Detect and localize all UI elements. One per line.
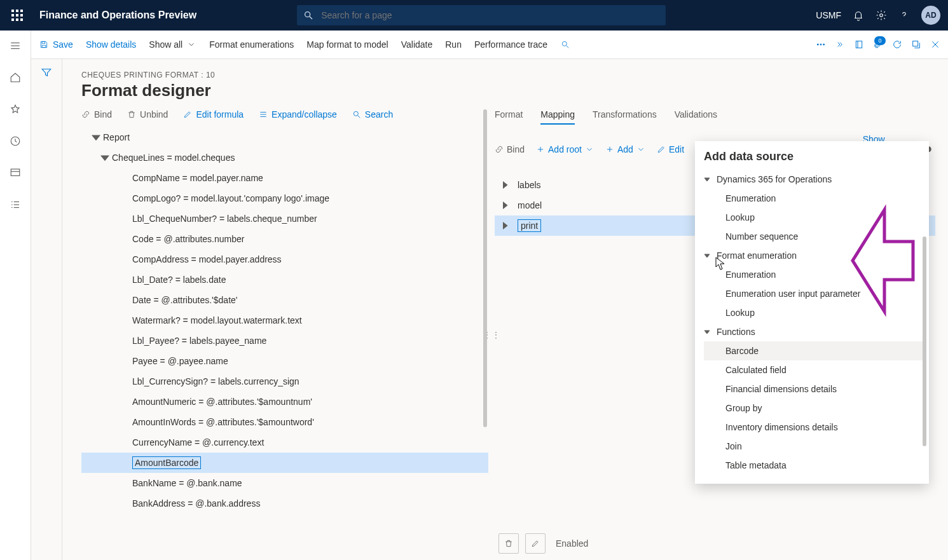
modules-icon[interactable] bbox=[5, 195, 25, 215]
validate-button[interactable]: Validate bbox=[401, 39, 433, 50]
refresh-icon[interactable] bbox=[892, 39, 902, 50]
company-label[interactable]: USMF bbox=[816, 10, 841, 20]
tree-node-chequelines[interactable]: ChequeLines = model.cheques bbox=[81, 147, 488, 168]
popover-item[interactable]: Enumeration user input parameter bbox=[704, 284, 926, 303]
popover-item[interactable]: Table metadata bbox=[704, 456, 926, 475]
popover-item[interactable]: Financial dimensions details bbox=[704, 379, 926, 399]
tree-node[interactable]: CurrencyName = @.currency.text bbox=[81, 432, 488, 453]
tree-node[interactable]: AmountNumeric = @.attributes.'$amountnum… bbox=[81, 392, 488, 412]
tree-node[interactable]: AmountInWords = @.attributes.'$amountwor… bbox=[81, 412, 488, 432]
tree-node[interactable]: BankAddress = @.bank.address bbox=[81, 493, 488, 514]
filter-icon[interactable] bbox=[41, 67, 52, 78]
help-icon[interactable] bbox=[898, 10, 910, 21]
perf-trace-button[interactable]: Performance trace bbox=[474, 39, 547, 50]
tree-scrollbar[interactable] bbox=[483, 109, 487, 427]
app-title: Finance and Operations Preview bbox=[39, 10, 196, 21]
popover-item[interactable]: Enumeration bbox=[704, 189, 926, 208]
user-avatar[interactable]: AD bbox=[921, 6, 940, 25]
close-icon[interactable] bbox=[930, 39, 940, 50]
attachments-button[interactable]: 0 bbox=[873, 39, 883, 51]
tree-node[interactable]: Watermark? = model.layout.watermark.text bbox=[81, 310, 488, 331]
tree-node[interactable]: CompLogo? = model.layout.'company logo'.… bbox=[81, 188, 488, 208]
office-icon[interactable] bbox=[854, 39, 864, 50]
show-details-button[interactable]: Show details bbox=[86, 39, 136, 50]
add-data-source-popover: Add data source Dynamics 365 for Operati… bbox=[695, 141, 929, 484]
tree-node-report[interactable]: Report bbox=[81, 127, 488, 147]
tree-node[interactable]: Date = @.attributes.'$date' bbox=[81, 290, 488, 310]
connector-icon[interactable] bbox=[835, 39, 845, 50]
unbind-button[interactable]: Unbind bbox=[127, 109, 168, 120]
app-launcher-icon[interactable] bbox=[8, 6, 27, 25]
tree-node[interactable]: BankName = @.bank.name bbox=[81, 473, 488, 493]
breadcrumb: CHEQUES PRINTING FORMAT : 10 bbox=[62, 71, 948, 81]
tree-node[interactable]: CompName = model.payer.name bbox=[81, 168, 488, 188]
nav-rail bbox=[0, 31, 31, 560]
popover-item[interactable]: Lookup bbox=[704, 208, 926, 227]
add-root-button[interactable]: Add root bbox=[536, 144, 594, 154]
more-icon[interactable] bbox=[816, 39, 826, 50]
tree-node[interactable]: Code = @.attributes.number bbox=[81, 229, 488, 249]
popover-group-label: Format enumeration bbox=[717, 250, 797, 261]
r-edit-button[interactable]: Edit bbox=[657, 144, 684, 154]
tab-transformations[interactable]: Transformations bbox=[593, 109, 657, 125]
expand-collapse-button[interactable]: Expand/collapse bbox=[259, 109, 337, 120]
footer-delete-button[interactable] bbox=[498, 533, 519, 554]
tree-node[interactable]: Payee = @.payee.name bbox=[81, 351, 488, 371]
recent-icon[interactable] bbox=[5, 131, 25, 151]
popover-group[interactable]: Dynamics 365 for Operations bbox=[704, 170, 926, 189]
hamburger-icon[interactable] bbox=[5, 36, 25, 56]
popover-item[interactable]: Join bbox=[704, 437, 926, 456]
popover-item-label: Table metadata bbox=[725, 460, 787, 470]
add-button[interactable]: Add bbox=[605, 144, 645, 154]
home-icon[interactable] bbox=[5, 67, 25, 88]
tree-node[interactable]: Lbl_ChequeNumber? = labels.cheque_number bbox=[81, 208, 488, 229]
tree-node[interactable]: AmountBarcode bbox=[81, 453, 488, 473]
tree-label: CompLogo? = model.layout.'company logo'.… bbox=[132, 193, 329, 203]
tree-node[interactable]: CompAddress = model.payer.address bbox=[81, 249, 488, 270]
show-all-button[interactable]: Show all bbox=[149, 39, 196, 50]
popover-group[interactable]: Format enumeration bbox=[704, 246, 926, 265]
bell-icon[interactable] bbox=[853, 10, 864, 21]
r-bind-button[interactable]: Bind bbox=[495, 144, 525, 154]
popover-scrollbar[interactable] bbox=[923, 236, 926, 446]
splitter[interactable]: ⋮⋮ bbox=[488, 109, 495, 560]
top-bar: Finance and Operations Preview USMF AD bbox=[0, 0, 948, 31]
popover-item[interactable]: Barcode bbox=[704, 341, 926, 360]
global-search[interactable] bbox=[297, 5, 666, 25]
svg-rect-16 bbox=[42, 45, 46, 48]
popout-icon[interactable] bbox=[911, 39, 921, 50]
popover-item[interactable]: Group by bbox=[704, 399, 926, 418]
workspace-icon[interactable] bbox=[5, 163, 25, 183]
tab-format[interactable]: Format bbox=[495, 109, 523, 125]
tree-node[interactable]: Lbl_Date? = labels.date bbox=[81, 270, 488, 290]
popover-group[interactable]: Functions bbox=[704, 322, 926, 341]
global-search-input[interactable] bbox=[320, 10, 659, 21]
expand-icon bbox=[259, 110, 268, 119]
star-icon[interactable] bbox=[5, 99, 25, 120]
edit-formula-button[interactable]: Edit formula bbox=[183, 109, 244, 120]
tree-node[interactable]: Lbl_CurrencySign? = labels.currency_sign bbox=[81, 371, 488, 392]
popover-item[interactable]: Calculated field bbox=[704, 360, 926, 379]
page-search-button[interactable] bbox=[560, 40, 570, 49]
format-enum-button[interactable]: Format enumerations bbox=[209, 39, 294, 50]
bind-button[interactable]: Bind bbox=[81, 109, 112, 120]
tree-label: Lbl_ChequeNumber? = labels.cheque_number bbox=[132, 214, 317, 224]
format-tree[interactable]: ReportChequeLines = model.chequesCompNam… bbox=[81, 127, 488, 514]
tree-node[interactable]: Lbl_Payee? = labels.payee_name bbox=[81, 331, 488, 351]
popover-item[interactable]: Lookup bbox=[704, 303, 926, 322]
gear-icon[interactable] bbox=[876, 10, 887, 21]
run-button[interactable]: Run bbox=[445, 39, 462, 50]
tab-validations[interactable]: Validations bbox=[675, 109, 717, 125]
tree-label: Code = @.attributes.number bbox=[132, 234, 244, 244]
footer-edit-button[interactable] bbox=[525, 533, 546, 554]
popover-item[interactable]: Number sequence bbox=[704, 227, 926, 246]
popover-item[interactable]: Enumeration bbox=[704, 265, 926, 284]
popover-item[interactable]: Inventory dimensions details bbox=[704, 418, 926, 437]
map-format-button[interactable]: Map format to model bbox=[306, 39, 388, 50]
tree-search-button[interactable]: Search bbox=[352, 109, 393, 120]
tree-label: CompAddress = model.payer.address bbox=[132, 254, 282, 264]
popover-item-label: Join bbox=[725, 441, 742, 451]
tab-mapping[interactable]: Mapping bbox=[540, 109, 575, 125]
tree-label: BankName = @.bank.name bbox=[132, 478, 242, 488]
save-button[interactable]: Save bbox=[39, 39, 73, 50]
